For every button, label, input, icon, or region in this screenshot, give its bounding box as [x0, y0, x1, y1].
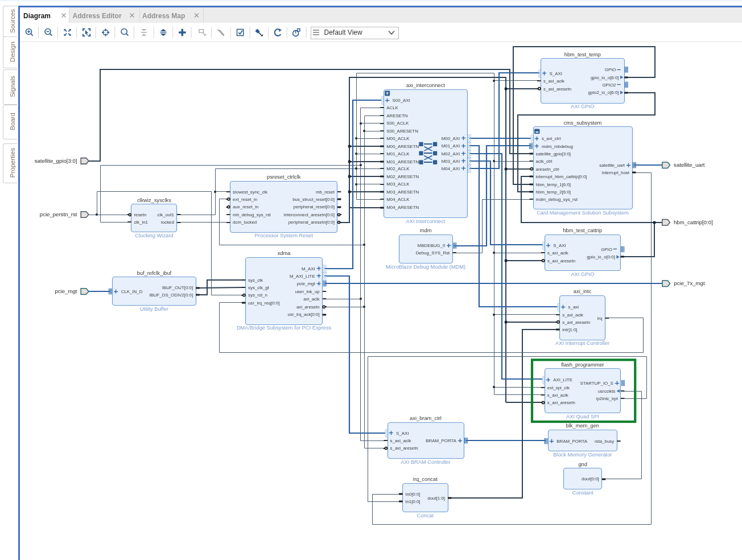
svg-text:Default View: Default View	[324, 28, 362, 36]
svg-text:irq_concat: irq_concat	[413, 476, 438, 482]
svg-text:s_axi_aclk: s_axi_aclk	[543, 79, 564, 84]
svg-text:M02_AXI: M02_AXI	[442, 151, 460, 157]
svg-text:hbm_cattrip[0:0]: hbm_cattrip[0:0]	[674, 219, 713, 225]
svg-text:interconnect_aresetn[0:0]: interconnect_aresetn[0:0]	[284, 212, 335, 217]
svg-text:STARTUP_IO_S: STARTUP_IO_S	[580, 381, 613, 386]
svg-text:pcie_mgt: pcie_mgt	[297, 281, 316, 286]
svg-text:M00_AXI: M00_AXI	[442, 136, 460, 141]
svg-text:S00_ARESETN: S00_ARESETN	[386, 129, 418, 134]
svg-text:AXI GPIO: AXI GPIO	[571, 271, 594, 277]
svg-text:flash_programmer: flash_programmer	[561, 362, 604, 368]
svg-text:s_axi_ctrl: s_axi_ctrl	[542, 136, 561, 141]
svg-text:AXI BRAM Controller: AXI BRAM Controller	[401, 459, 450, 465]
svg-text:Signals: Signals	[9, 76, 16, 97]
svg-text:clk_in1: clk_in1	[134, 220, 148, 225]
svg-text:axi_intc: axi_intc	[574, 289, 592, 294]
svg-text:mb_debug_sys_rst: mb_debug_sys_rst	[233, 212, 271, 217]
svg-text:IBUF_DS_ODIV2[0:0]: IBUF_DS_ODIV2[0:0]	[149, 293, 193, 298]
svg-text:dout[1:0]: dout[1:0]	[427, 496, 445, 501]
svg-text:AXI Interconnect: AXI Interconnect	[406, 219, 446, 224]
svg-text:axi_bram_ctrl: axi_bram_ctrl	[410, 415, 442, 421]
svg-text:AXI_LITE: AXI_LITE	[553, 377, 572, 382]
svg-text:blk_mem_gen: blk_mem_gen	[566, 423, 599, 429]
svg-text:M03_ARESETN: M03_ARESETN	[386, 190, 419, 195]
svg-text:GPIO2: GPIO2	[602, 83, 616, 88]
svg-text:MicroBlaze Debug Module (MDM): MicroBlaze Debug Module (MDM)	[386, 264, 465, 270]
svg-text:mdm_debug_sys_rst: mdm_debug_sys_rst	[536, 197, 578, 202]
svg-text:interrupt_hbm_cattrip[0:0]: interrupt_hbm_cattrip[0:0]	[536, 174, 587, 179]
svg-text:mb_reset: mb_reset	[316, 190, 335, 195]
svg-text:Debug_SYS_Rst: Debug_SYS_Rst	[416, 250, 450, 256]
svg-text:S00_AXI: S00_AXI	[393, 98, 410, 103]
svg-text:DMA/Bridge Subsystem for PCI E: DMA/Bridge Subsystem for PCI Express	[237, 325, 332, 331]
svg-text:pcie_7x_mgt: pcie_7x_mgt	[674, 280, 705, 286]
svg-text:resetn: resetn	[134, 212, 146, 217]
svg-text:usr_irq_req[0:0]: usr_irq_req[0:0]	[248, 300, 279, 306]
svg-text:Block Memory Generator: Block Memory Generator	[553, 452, 612, 458]
svg-text:Utility Buffer: Utility Buffer	[140, 306, 168, 312]
svg-text:aux_reset_in: aux_reset_in	[233, 204, 258, 209]
svg-text:Design: Design	[9, 42, 16, 62]
svg-text:M01_AXI: M01_AXI	[442, 143, 460, 149]
svg-text:irq: irq	[597, 316, 603, 321]
svg-text:AXI GPIO: AXI GPIO	[571, 104, 594, 109]
svg-text:M04_ARESETN: M04_ARESETN	[386, 205, 419, 210]
svg-text:M02_ACLK: M02_ACLK	[386, 166, 410, 171]
svg-text:Processor System Reset: Processor System Reset	[255, 233, 314, 238]
svg-text:ACLK: ACLK	[386, 105, 398, 110]
svg-text:BRAM_PORTA: BRAM_PORTA	[556, 439, 587, 444]
svg-text:GPIO: GPIO	[601, 247, 612, 252]
svg-text:axi_aclk: axi_aclk	[303, 297, 320, 302]
svg-text:S_AXI: S_AXI	[550, 71, 562, 76]
svg-text:buf_refclk_ibuf: buf_refclk_ibuf	[137, 270, 172, 276]
svg-text:MBDEBUG_0: MBDEBUG_0	[418, 243, 446, 248]
svg-text:dout[0:0]: dout[0:0]	[582, 476, 599, 481]
svg-text:s_axi_aclk: s_axi_aclk	[390, 438, 411, 443]
svg-text:M04_AXI: M04_AXI	[442, 166, 460, 171]
svg-text:s_axi_aclk: s_axi_aclk	[547, 393, 568, 398]
svg-text:axi_interconnect: axi_interconnect	[406, 83, 445, 88]
svg-text:Sources: Sources	[9, 9, 16, 33]
svg-text:cms_subsystem: cms_subsystem	[564, 120, 602, 126]
svg-text:M01_ARESETN: M01_ARESETN	[386, 159, 419, 164]
svg-text:s_axi_aresetn: s_axi_aresetn	[543, 87, 571, 92]
svg-text:ip2intc_irpt: ip2intc_irpt	[596, 396, 619, 401]
svg-text:gpio_io_o[0:0]: gpio_io_o[0:0]	[587, 254, 615, 260]
svg-text:s_axi: s_axi	[568, 304, 579, 310]
svg-text:IBUF_OUT[0:0]: IBUF_OUT[0:0]	[162, 285, 193, 290]
svg-text:aclk_ctrl: aclk_ctrl	[536, 159, 553, 164]
svg-text:peripheral_aresetn[0:0]: peripheral_aresetn[0:0]	[288, 220, 335, 225]
svg-text:AXI Quad SPI: AXI Quad SPI	[566, 414, 599, 419]
svg-text:user_lnk_up: user_lnk_up	[295, 289, 320, 294]
svg-text:s_axi_aresetn: s_axi_aresetn	[390, 446, 418, 451]
svg-text:psreset_ctrlclk: psreset_ctrlclk	[267, 174, 301, 180]
svg-text:pcie_perstn_rst: pcie_perstn_rst	[40, 211, 77, 217]
svg-text:In0[0:0]: In0[0:0]	[405, 492, 420, 497]
svg-text:BRAM_PORTA: BRAM_PORTA	[426, 438, 456, 443]
svg-text:bus_struct_reset[0:0]: bus_struct_reset[0:0]	[292, 197, 335, 202]
svg-text:sys_clk: sys_clk	[248, 278, 263, 283]
svg-text:xdma: xdma	[278, 250, 291, 256]
svg-text:Board: Board	[9, 113, 16, 130]
svg-text:s_axi_aclk: s_axi_aclk	[547, 250, 568, 256]
svg-text:dcm_locked: dcm_locked	[233, 220, 257, 225]
svg-text:rsta_busy: rsta_busy	[595, 439, 614, 444]
svg-text:S00_ACLK: S00_ACLK	[386, 121, 409, 126]
svg-text:M_AXI: M_AXI	[302, 266, 315, 271]
svg-text:ext_reset_in: ext_reset_in	[233, 197, 257, 202]
svg-text:CLK_IN_D: CLK_IN_D	[121, 289, 143, 294]
svg-text:clk_out1: clk_out1	[158, 212, 174, 217]
svg-text:Properties: Properties	[9, 148, 16, 178]
svg-text:slowest_sync_clk: slowest_sync_clk	[233, 190, 267, 195]
svg-text:interrupt_host: interrupt_host	[602, 170, 630, 175]
svg-text:Card Management Solution Subsy: Card Management Solution Subsystem	[537, 210, 629, 216]
svg-text:pcie_mgt: pcie_mgt	[55, 288, 77, 294]
svg-text:Address Editor: Address Editor	[73, 12, 122, 20]
svg-text:gpio_io_o[6:0]: gpio_io_o[6:0]	[591, 75, 619, 80]
svg-text:satellite_gpio[3:0]: satellite_gpio[3:0]	[536, 151, 571, 157]
svg-text:hbm_test_temp: hbm_test_temp	[564, 52, 601, 57]
svg-text:clkwiz_sysclks: clkwiz_sysclks	[137, 197, 171, 203]
svg-text:Concat: Concat	[417, 513, 434, 518]
svg-text:mdm: mdm	[420, 228, 432, 233]
svg-text:M_AXI_LITE: M_AXI_LITE	[290, 274, 315, 279]
